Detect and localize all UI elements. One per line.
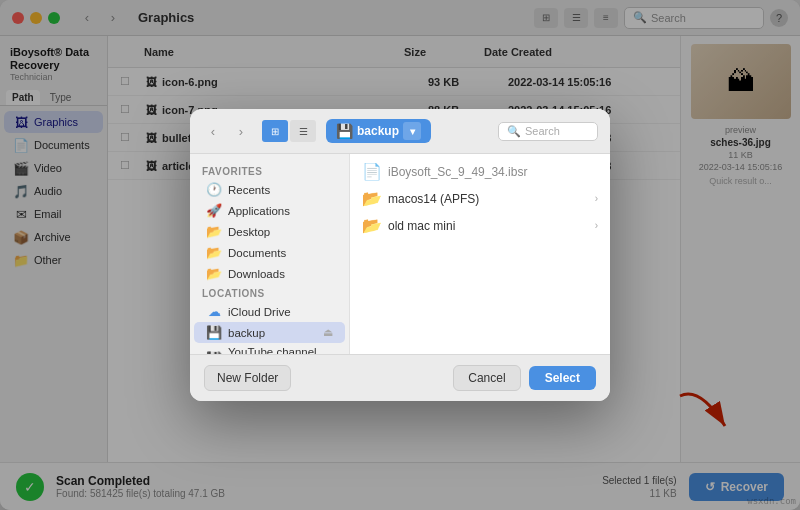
- finder-label-applications: Applications: [228, 205, 333, 217]
- dialog-search[interactable]: 🔍 Search: [498, 122, 598, 141]
- folder-icon: 📂: [362, 189, 382, 208]
- recents-icon: 🕐: [206, 182, 222, 197]
- dialog-column-view[interactable]: ⊞: [262, 120, 288, 142]
- new-folder-button[interactable]: New Folder: [204, 365, 291, 391]
- cancel-button[interactable]: Cancel: [453, 365, 520, 391]
- finder-item-recents[interactable]: 🕐 Recents: [194, 179, 345, 200]
- applications-icon: 🚀: [206, 203, 222, 218]
- finder-item-applications[interactable]: 🚀 Applications: [194, 200, 345, 221]
- dialog-list-view[interactable]: ☰: [290, 120, 316, 142]
- dialog-location: 💾 backup ▾: [326, 119, 431, 143]
- folder-icon-2: 📂: [362, 216, 382, 235]
- finder-item-downloads[interactable]: 📂 Downloads: [194, 263, 345, 284]
- dialog-body: Favorites 🕐 Recents 🚀 Applications 📂 Des…: [190, 154, 610, 354]
- dialog-view-toggle: ⊞ ☰: [262, 120, 316, 142]
- favorites-label: Favorites: [190, 162, 349, 179]
- locations-label: Locations: [190, 284, 349, 301]
- dialog-filename: iBoysoft_Sc_9_49_34.ibsr: [388, 165, 598, 179]
- finder-label-downloads: Downloads: [228, 268, 333, 280]
- location-dropdown[interactable]: ▾: [403, 122, 421, 140]
- finder-label-icloud: iCloud Drive: [228, 306, 333, 318]
- dialog-footer: New Folder Cancel Select: [190, 354, 610, 401]
- dialog-file-browser: 📄 iBoysoft_Sc_9_49_34.ibsr 📂 macos14 (AP…: [350, 154, 610, 354]
- finder-item-backup[interactable]: 💾 backup ⏏: [194, 322, 345, 343]
- file-type-icon: 📄: [362, 162, 382, 181]
- finder-item-icloud[interactable]: ☁ iCloud Drive: [194, 301, 345, 322]
- finder-sidebar: Favorites 🕐 Recents 🚀 Applications 📂 Des…: [190, 154, 350, 354]
- chevron-right-icon-2: ›: [595, 220, 598, 231]
- dialog-overlay: ‹ › ⊞ ☰ 💾 backup ▾ 🔍 Search Favorites: [0, 0, 800, 510]
- documents-icon: 📂: [206, 245, 222, 260]
- finder-label-recents: Recents: [228, 184, 333, 196]
- desktop-icon: 📂: [206, 224, 222, 239]
- dialog-foldername-2: old mac mini: [388, 219, 589, 233]
- finder-label-youtube: YouTube channel ba...: [228, 346, 317, 354]
- finder-label-desktop: Desktop: [228, 226, 333, 238]
- finder-item-desktop[interactable]: 📂 Desktop: [194, 221, 345, 242]
- dialog-location-label: backup: [357, 124, 399, 138]
- downloads-icon: 📂: [206, 266, 222, 281]
- dialog-file-row[interactable]: 📂 macos14 (APFS) ›: [350, 185, 610, 212]
- dialog-back-button[interactable]: ‹: [202, 120, 224, 142]
- dialog-file-row[interactable]: 📄 iBoysoft_Sc_9_49_34.ibsr: [350, 158, 610, 185]
- chevron-right-icon: ›: [595, 193, 598, 204]
- icloud-icon: ☁: [206, 304, 222, 319]
- dialog-search-icon: 🔍: [507, 125, 521, 138]
- finder-label-backup: backup: [228, 327, 317, 339]
- select-button[interactable]: Select: [529, 366, 596, 390]
- backup-icon: 💾: [336, 123, 353, 139]
- finder-item-youtube[interactable]: 💾 YouTube channel ba... ⏏: [194, 343, 345, 354]
- eject-icon: ⏏: [323, 326, 333, 339]
- backup-drive-icon: 💾: [206, 325, 222, 340]
- save-dialog: ‹ › ⊞ ☰ 💾 backup ▾ 🔍 Search Favorites: [190, 109, 610, 401]
- dialog-search-placeholder: Search: [525, 125, 560, 137]
- finder-label-documents: Documents: [228, 247, 333, 259]
- dialog-file-row[interactable]: 📂 old mac mini ›: [350, 212, 610, 239]
- dialog-toolbar: ‹ › ⊞ ☰ 💾 backup ▾ 🔍 Search: [190, 109, 610, 154]
- dialog-foldername: macos14 (APFS): [388, 192, 589, 206]
- dialog-forward-button[interactable]: ›: [230, 120, 252, 142]
- finder-item-documents[interactable]: 📂 Documents: [194, 242, 345, 263]
